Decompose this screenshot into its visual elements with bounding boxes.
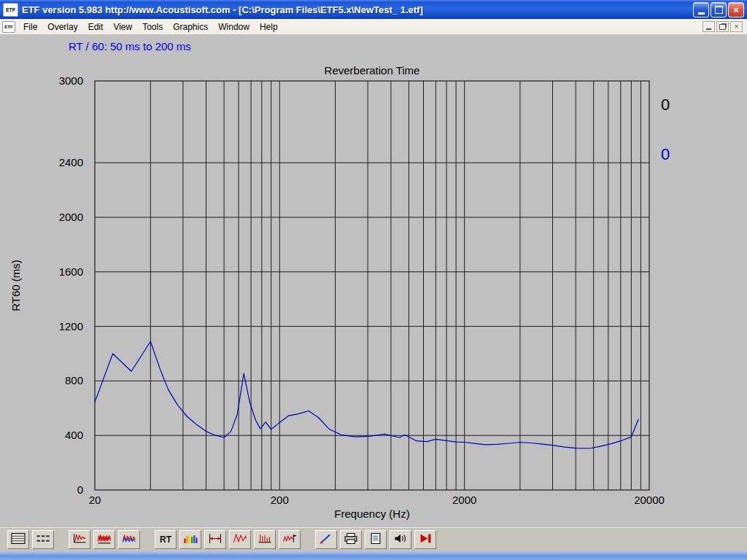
gating-icon <box>207 532 223 547</box>
app-window: ETF ETF version 5.983 http://www.Acousti… <box>0 0 747 560</box>
print-button[interactable] <box>340 530 362 549</box>
legend-item-0: 0 <box>661 96 670 114</box>
menu-items: FileOverlayEditViewToolsGraphicsWindowHe… <box>18 20 283 34</box>
bottom-toolbar: RT <box>0 527 747 551</box>
close-icon: × <box>733 4 739 15</box>
print-icon <box>343 532 359 547</box>
window-title: ETF version 5.983 http://www.Acoustisoft… <box>22 4 692 15</box>
x-tick-label: 2000 <box>452 494 476 506</box>
title-bar: ETF ETF version 5.983 http://www.Acousti… <box>0 0 747 19</box>
y-tick-label: 800 <box>65 374 83 386</box>
frequency-response-button[interactable] <box>93 530 115 549</box>
window-layout-button[interactable] <box>7 530 29 549</box>
distortion-button[interactable] <box>229 530 251 549</box>
phase-response-icon <box>121 532 137 547</box>
menu-view[interactable]: View <box>108 20 137 34</box>
impulse-response-button[interactable] <box>69 530 90 549</box>
menu-tools[interactable]: Tools <box>137 20 168 34</box>
minimize-button[interactable] <box>693 2 709 18</box>
comb-filter-icon <box>257 532 273 547</box>
spectrum-button[interactable] <box>179 530 201 549</box>
distortion-icon <box>232 532 248 547</box>
window-list-icon <box>35 532 51 547</box>
menu-graphics[interactable]: Graphics <box>168 20 213 34</box>
play-measure-icon <box>417 532 433 547</box>
legend-item-1: 0 <box>661 145 670 163</box>
mdi-close-button[interactable]: × <box>730 21 743 32</box>
waterfall-button[interactable] <box>279 530 301 549</box>
spectrum-icon <box>182 532 198 547</box>
menu-file[interactable]: File <box>18 20 42 34</box>
rt60-series-line <box>95 341 638 448</box>
annotate-button[interactable] <box>315 530 337 549</box>
menu-overlay[interactable]: Overlay <box>42 20 82 34</box>
audio-device-button[interactable] <box>390 530 411 549</box>
audio-device-icon <box>392 532 409 547</box>
y-tick-label: 2400 <box>59 156 83 168</box>
close-button[interactable]: × <box>728 2 744 18</box>
maximize-restore-button[interactable] <box>711 2 727 18</box>
chart-title: Reverberation Time <box>325 64 420 77</box>
mdi-minimize-icon <box>706 28 711 30</box>
app-icon: ETF <box>3 3 18 17</box>
notes-icon <box>368 532 384 547</box>
maximize-icon <box>715 6 723 14</box>
mdi-window-controls: × <box>703 21 745 32</box>
gating-button[interactable] <box>204 530 226 549</box>
waterfall-icon <box>282 532 298 547</box>
x-tick-label: 200 <box>271 494 289 506</box>
window-list-button[interactable] <box>32 530 54 549</box>
menu-edit[interactable]: Edit <box>83 20 109 34</box>
frequency-response-icon <box>96 532 112 547</box>
y-tick-label: 0 <box>77 483 83 496</box>
x-tick-label: 20000 <box>634 494 665 506</box>
mdi-close-icon: × <box>735 23 739 31</box>
impulse-response-icon <box>71 532 88 547</box>
y-tick-label: 1200 <box>59 320 83 332</box>
comb-filter-button[interactable] <box>254 530 276 549</box>
chart-client-area: RT / 60: 50 ms to 200 ms Reverberation T… <box>0 34 747 528</box>
y-tick-label: 400 <box>65 429 83 441</box>
plot-border <box>95 81 649 490</box>
window-layout-icon <box>10 532 26 547</box>
rt60-button-label: RT <box>160 534 171 545</box>
y-axis-title: RT60 (ms) <box>9 260 22 311</box>
status-strip <box>0 551 747 560</box>
mdi-document-icon: ETF <box>2 21 15 33</box>
annotate-icon <box>318 532 334 547</box>
x-axis-title: Frequency (Hz) <box>334 508 409 520</box>
mdi-restore-icon <box>719 24 726 30</box>
y-tick-label: 3000 <box>59 74 83 87</box>
menu-window[interactable]: Window <box>213 20 255 34</box>
x-tick-label: 20 <box>89 494 101 506</box>
mdi-restore-button[interactable] <box>716 21 729 32</box>
menu-bar: ETF FileOverlayEditViewToolsGraphicsWind… <box>0 19 747 35</box>
y-tick-label: 2000 <box>59 211 83 223</box>
y-tick-label: 1600 <box>59 265 83 278</box>
rt60-button[interactable]: RT <box>155 530 177 549</box>
minimize-icon <box>698 12 705 15</box>
phase-response-button[interactable] <box>118 530 140 549</box>
mdi-minimize-button[interactable] <box>703 21 715 32</box>
play-measure-button[interactable] <box>414 530 436 549</box>
notes-button[interactable] <box>365 530 387 549</box>
rt60-chart[interactable]: Reverberation Time0400800120016002000240… <box>0 34 747 528</box>
rt60-range-header: RT / 60: 50 ms to 200 ms <box>69 40 191 52</box>
menu-help[interactable]: Help <box>255 20 283 34</box>
